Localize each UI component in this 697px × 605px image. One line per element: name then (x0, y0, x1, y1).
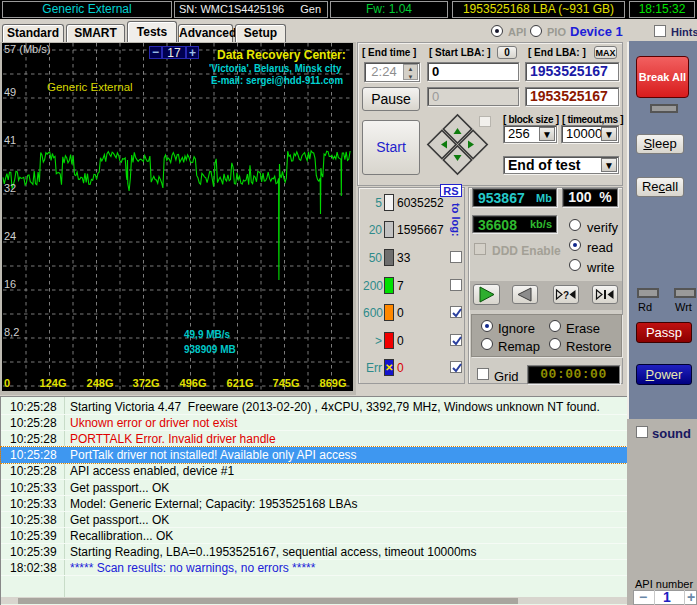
svg-text:869G: 869G (320, 377, 347, 389)
svg-text:745G: 745G (273, 377, 300, 389)
svg-text:57 (Mb/s): 57 (Mb/s) (4, 43, 50, 55)
svg-text:496G: 496G (180, 377, 207, 389)
svg-text:16: 16 (4, 278, 16, 290)
svg-text:248G: 248G (87, 377, 114, 389)
svg-text:49: 49 (4, 86, 16, 98)
svg-text:41: 41 (4, 134, 16, 146)
svg-text:8,2: 8,2 (4, 326, 19, 338)
svg-text:?: ? (563, 290, 569, 301)
svg-text:32: 32 (4, 182, 16, 194)
svg-text:372G: 372G (133, 377, 160, 389)
svg-text:24: 24 (4, 230, 16, 242)
svg-text:124G: 124G (40, 377, 67, 389)
svg-text:621G: 621G (227, 377, 254, 389)
svg-text:0: 0 (4, 377, 10, 389)
